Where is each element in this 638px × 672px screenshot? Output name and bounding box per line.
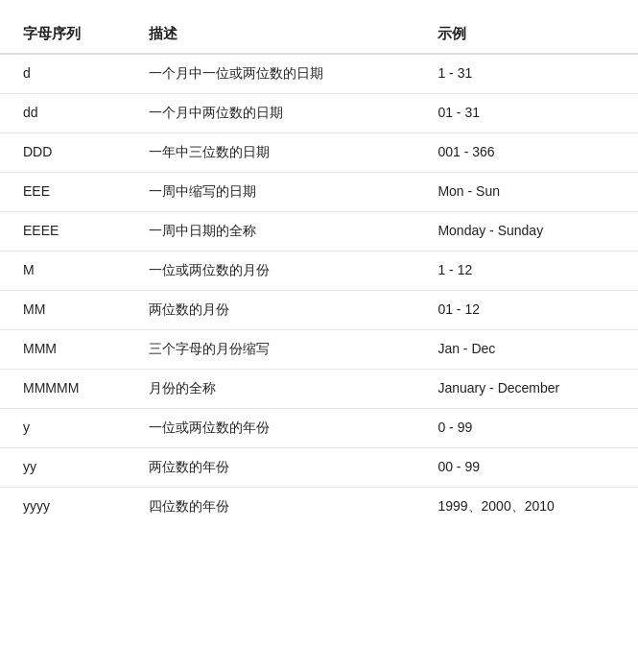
table-row: MMMMM月份的全称January - December bbox=[0, 370, 638, 409]
cell-code: yy bbox=[0, 448, 130, 488]
table-header-row: 字母序列 描述 示例 bbox=[0, 15, 638, 54]
cell-desc: 四位数的年份 bbox=[130, 488, 418, 527]
cell-desc: 一周中日期的全称 bbox=[130, 212, 418, 252]
cell-code: DDD bbox=[0, 133, 130, 173]
cell-desc: 两位数的月份 bbox=[130, 291, 418, 330]
table-row: d一个月中一位或两位数的日期1 - 31 bbox=[0, 54, 638, 94]
table-row: EEEE一周中日期的全称Monday - Sunday bbox=[0, 212, 638, 252]
cell-code: MMMMM bbox=[0, 370, 130, 409]
table-row: yy两位数的年份00 - 99 bbox=[0, 448, 638, 488]
format-table: 字母序列 描述 示例 d一个月中一位或两位数的日期1 - 31dd一个月中两位数… bbox=[0, 15, 638, 526]
cell-code: EEE bbox=[0, 173, 130, 212]
table-row: MMM三个字母的月份缩写Jan - Dec bbox=[0, 330, 638, 370]
cell-desc: 三个字母的月份缩写 bbox=[130, 330, 418, 370]
col-header-desc: 描述 bbox=[130, 15, 418, 54]
cell-example: Monday - Sunday bbox=[418, 212, 638, 252]
cell-desc: 一个月中两位数的日期 bbox=[130, 94, 418, 133]
cell-code: MMM bbox=[0, 330, 130, 370]
cell-example: 1999、2000、2010 bbox=[418, 488, 638, 527]
cell-desc: 两位数的年份 bbox=[130, 448, 418, 488]
cell-example: 01 - 31 bbox=[418, 94, 638, 133]
table-row: M一位或两位数的月份1 - 12 bbox=[0, 252, 638, 291]
cell-desc: 一个月中一位或两位数的日期 bbox=[130, 54, 418, 94]
cell-desc: 月份的全称 bbox=[130, 370, 418, 409]
table-row: DDD一年中三位数的日期001 - 366 bbox=[0, 133, 638, 173]
cell-desc: 一位或两位数的月份 bbox=[130, 252, 418, 291]
cell-example: 01 - 12 bbox=[418, 291, 638, 330]
cell-code: y bbox=[0, 409, 130, 448]
cell-example: Mon - Sun bbox=[418, 173, 638, 212]
cell-example: 0 - 99 bbox=[418, 409, 638, 448]
cell-example: 1 - 12 bbox=[418, 252, 638, 291]
table-row: EEE一周中缩写的日期Mon - Sun bbox=[0, 173, 638, 212]
cell-code: M bbox=[0, 252, 130, 291]
cell-example: 00 - 99 bbox=[418, 448, 638, 488]
cell-code: MM bbox=[0, 291, 130, 330]
col-header-example: 示例 bbox=[418, 15, 638, 54]
table-row: dd一个月中两位数的日期01 - 31 bbox=[0, 94, 638, 133]
cell-example: 1 - 31 bbox=[418, 54, 638, 94]
table-row: y一位或两位数的年份0 - 99 bbox=[0, 409, 638, 448]
cell-code: EEEE bbox=[0, 212, 130, 252]
cell-code: d bbox=[0, 54, 130, 94]
cell-example: Jan - Dec bbox=[418, 330, 638, 370]
cell-code: dd bbox=[0, 94, 130, 133]
cell-example: 001 - 366 bbox=[418, 133, 638, 173]
cell-code: yyyy bbox=[0, 488, 130, 527]
table-row: yyyy四位数的年份1999、2000、2010 bbox=[0, 488, 638, 527]
col-header-code: 字母序列 bbox=[0, 15, 130, 54]
cell-desc: 一位或两位数的年份 bbox=[130, 409, 418, 448]
main-container: 字母序列 描述 示例 d一个月中一位或两位数的日期1 - 31dd一个月中两位数… bbox=[0, 0, 638, 541]
cell-example: January - December bbox=[418, 370, 638, 409]
cell-desc: 一周中缩写的日期 bbox=[130, 173, 418, 212]
table-row: MM两位数的月份01 - 12 bbox=[0, 291, 638, 330]
cell-desc: 一年中三位数的日期 bbox=[130, 133, 418, 173]
